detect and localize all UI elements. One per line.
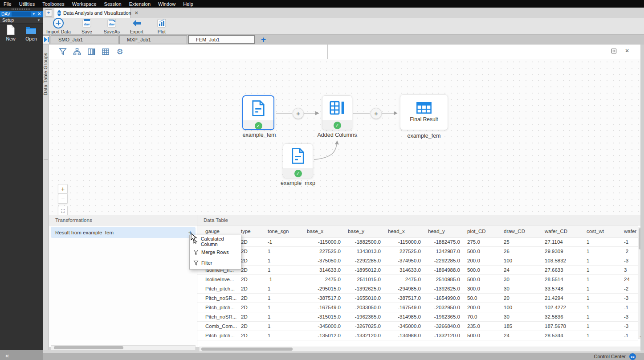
flow-canvas[interactable]: ✓ example_fem + ✓	[49, 59, 640, 215]
scrollbar-thumb[interactable]	[54, 346, 123, 349]
menu-item-utilities[interactable]: Utilities	[19, 1, 35, 7]
close-tab-icon[interactable]: ✕	[135, 10, 139, 16]
table-row[interactable]: Pitch_pitch...2D1-135012.0-1332120.0-134…	[197, 331, 638, 340]
menu-item-file[interactable]: File	[4, 1, 12, 7]
table-cell: -387517.0	[303, 294, 344, 303]
transformations-hscrollbar[interactable]	[51, 345, 196, 350]
splitter-grip[interactable]	[44, 157, 48, 160]
menu-item-calculated-column[interactable]: Calculated Column	[190, 236, 241, 247]
column-header[interactable]: tone_sgn	[264, 225, 303, 237]
column-header[interactable]: plot_CD	[464, 225, 500, 237]
scrollbar-thumb[interactable]	[201, 348, 293, 351]
menu-item-merge-rows[interactable]: Merge Rows	[190, 247, 241, 258]
add-step-button[interactable]: +	[293, 108, 304, 119]
chevron-down-icon[interactable]: ▼	[32, 12, 36, 16]
import-data-button[interactable]: Import Data	[46, 18, 71, 34]
table-columns-icon[interactable]	[86, 47, 96, 57]
flow-node-example-mxp[interactable]: ✓	[283, 143, 313, 178]
table-row[interactable]: 2D-1-115000.0-1882500.0-115000.0-1882475…	[197, 237, 638, 247]
table-cell: -314985.0	[384, 312, 424, 321]
export-button[interactable]: Export	[128, 18, 146, 34]
transformations-title: Transformations	[55, 217, 92, 223]
save-button[interactable]: dav Save	[78, 18, 96, 34]
transformations-panel: Transformations Result from example_fem …	[49, 215, 197, 347]
sidebar-collapse-bar[interactable]: «	[0, 350, 43, 360]
column-header[interactable]: draw_CD	[500, 225, 541, 237]
column-header[interactable]: wafer_CD	[541, 225, 583, 237]
tab-fem-job1[interactable]: FEM_Job1	[188, 35, 255, 44]
table-row[interactable]: Pitch_noSR...2D1-315015.0-1962365.0-3149…	[197, 312, 638, 322]
add-step-button[interactable]: +	[371, 108, 382, 119]
panel-drag-grip[interactable]	[12, 8, 31, 10]
column-header[interactable]: type	[237, 225, 264, 237]
menu-item-help[interactable]: Help	[183, 1, 193, 7]
table-row[interactable]: Pitch_noSR...2D1-387517.0-1655010.0-3875…	[197, 294, 638, 303]
expand-groups-button[interactable]	[43, 35, 50, 44]
menu-item-workspace[interactable]: Workspace	[72, 1, 97, 7]
table-cell: 102.4272	[541, 303, 583, 312]
tab-title: Data Analysis and Visualization	[63, 10, 131, 16]
plot-button[interactable]: Plot	[153, 18, 171, 34]
table-cell: 100	[500, 256, 541, 265]
open-button[interactable]: Open	[22, 25, 40, 45]
table-cell: 2D	[237, 284, 264, 293]
menu-item-session[interactable]: Session	[104, 1, 122, 7]
flow-tree-icon[interactable]	[72, 47, 82, 57]
control-center-label[interactable]: Control Center	[594, 354, 626, 359]
fit-view-button[interactable]: ⛶	[58, 206, 68, 215]
tab-mxp-job1[interactable]: MXP_Job1	[119, 35, 187, 44]
table-body: 2D-1-115000.0-1882500.0-115000.0-1882475…	[197, 237, 638, 340]
table-row[interactable]: 2D1-227525.0-1343013.0-227525.0-1342987.…	[197, 247, 638, 256]
column-header[interactable]: wafer	[620, 225, 638, 237]
tab-data-analysis-visualization[interactable]: dav Data Analysis and Visualization ✕	[54, 8, 130, 18]
table-cell: -1882500.0	[344, 237, 384, 246]
table-cell: 1	[583, 237, 620, 246]
table-row[interactable]: Pitch_pitch...2D1-167549.0-2033050.0-167…	[197, 303, 638, 312]
new-button[interactable]: New	[2, 25, 20, 45]
menu-bar: File Utilities Toolboxes Workspace Sessi…	[0, 0, 644, 8]
table-cell: -2	[620, 247, 638, 256]
column-header[interactable]: head_x	[384, 225, 424, 237]
table-row[interactable]: Comb_Com...2D1-345000.0-3267025.0-345000…	[197, 322, 638, 331]
column-header[interactable]: cost_wt	[583, 225, 620, 237]
zoom-out-button[interactable]: −	[58, 194, 68, 204]
table-row[interactable]: Pitch_pitch...2D1-295015.0-1392625.0-294…	[197, 284, 638, 294]
table-cell: 500.0	[464, 247, 500, 256]
data-table: gauge type tone_sgn base_x base_y head_x…	[197, 225, 638, 347]
table-cell: 21.4294	[541, 294, 583, 303]
zoom-in-button[interactable]: +	[58, 184, 68, 194]
settings-gear-icon[interactable]: ⚙	[115, 47, 125, 57]
data-table-groups-strip[interactable]: Data Table Groups	[43, 45, 49, 350]
column-header[interactable]: base_x	[303, 225, 344, 237]
add-job-button[interactable]: +	[261, 36, 266, 44]
setup-section-header[interactable]: Setup ▼	[0, 17, 43, 24]
column-header[interactable]: head_y	[424, 225, 464, 237]
flow-node-final-result[interactable]: Final Result	[400, 94, 448, 130]
menu-item-extension[interactable]: Extension	[129, 1, 151, 7]
menu-item-filter[interactable]: Filter	[190, 258, 241, 268]
menu-item-window[interactable]: Window	[158, 1, 175, 7]
menu-item-toolboxes[interactable]: Toolboxes	[42, 1, 65, 7]
transformation-item-result[interactable]: Result from example_fem +	[51, 227, 196, 238]
flow-node-added-columns[interactable]: ✓	[322, 95, 352, 130]
filter-icon[interactable]	[58, 47, 68, 57]
control-center-badge[interactable]: cc	[629, 353, 636, 360]
table-row[interactable]: 2D1-375050.0-2292285.0-374950.0-2292285.…	[197, 256, 638, 266]
document-icon	[290, 147, 306, 164]
new-tab-button[interactable]: +	[45, 9, 52, 16]
flow-node-example-fem[interactable]: ✓	[242, 95, 274, 130]
column-header[interactable]: base_y	[344, 225, 384, 237]
data-table-hscrollbar[interactable]	[199, 347, 641, 352]
restore-panel-icon[interactable]	[610, 47, 617, 54]
close-panel-icon[interactable]: ✕	[624, 47, 631, 54]
save-dav-icon: dav	[82, 18, 92, 29]
tab-smo-job1[interactable]: SMO_Job1	[51, 35, 118, 44]
table-cell: -2033050.0	[344, 303, 384, 312]
table-row[interactable]: IsolineInve...2D-12475.0-2511015.02475.0…	[197, 275, 638, 284]
table-cell: 187.5678	[541, 322, 583, 331]
close-panel-icon[interactable]: ✕	[37, 11, 41, 17]
table-cell: 500.0	[464, 266, 500, 274]
table-row[interactable]: IsolineH_n...2D1314633.0-1895012.0314633…	[197, 266, 638, 275]
table-grid-icon[interactable]	[101, 47, 110, 57]
saveas-button[interactable]: dav SaveAs	[103, 18, 121, 34]
